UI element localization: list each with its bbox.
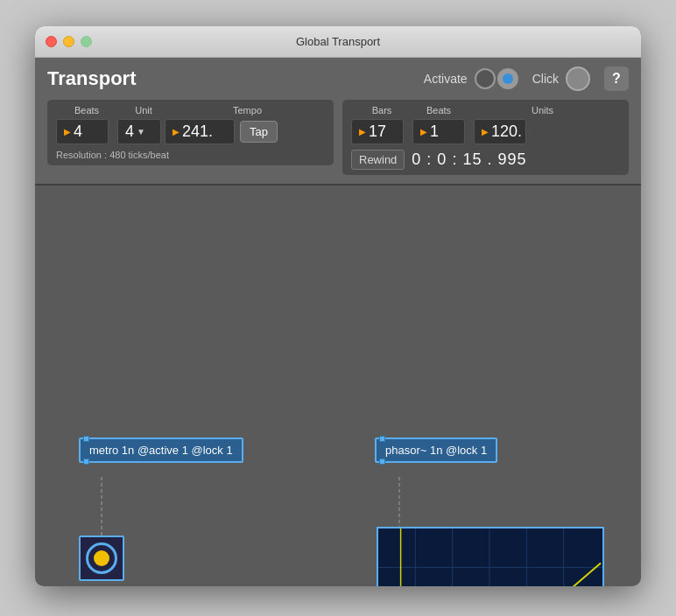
bars-arrow: ▶: [359, 127, 366, 136]
maximize-button[interactable]: [81, 36, 92, 47]
metro-outlet: [83, 458, 89, 465]
transport-panel: Transport Activate Click ? Beats: [35, 58, 641, 186]
close-button[interactable]: [46, 36, 57, 47]
scope-svg: [378, 528, 602, 586]
unit-col-header: Unit: [117, 105, 170, 116]
rewind-button[interactable]: Rewind: [351, 150, 405, 170]
titlebar: Global Transport: [35, 26, 641, 58]
right-values: ▶ 17 ▶ 1 ▶ 120.: [351, 119, 620, 144]
traffic-lights: [46, 36, 92, 47]
units-value: 120.: [491, 122, 522, 141]
bars-value-box[interactable]: ▶ 17: [351, 119, 404, 144]
click-group: Click: [532, 66, 590, 91]
scope-display: [377, 527, 604, 586]
rbeats-col-header: Beats: [412, 105, 465, 116]
tempo-arrow: ▶: [173, 127, 180, 136]
activate-toggle-on[interactable]: [497, 68, 518, 89]
svg-line-13: [401, 563, 601, 586]
tempo-value-box[interactable]: ▶ 241.: [165, 119, 235, 144]
help-button[interactable]: ?: [604, 66, 629, 91]
resolution-text: Resolution : 480 ticks/beat: [56, 150, 325, 160]
minimize-button[interactable]: [63, 36, 74, 47]
activate-group: Activate: [424, 68, 518, 89]
left-headers: Beats Unit Tempo: [56, 105, 325, 116]
right-section: Bars Beats Units ▶ 17 ▶ 1: [342, 100, 629, 175]
toggle-dot: [94, 550, 109, 566]
left-values: ▶ 4 4 ▼ ▶ 241. Tap: [56, 119, 325, 144]
transport-bottom-row: Beats Unit Tempo ▶ 4 4 ▼: [47, 100, 629, 175]
phasor-object[interactable]: phasor~ 1n @lock 1: [375, 438, 497, 463]
unit-value-box[interactable]: 4 ▼: [117, 119, 161, 144]
click-label: Click: [532, 72, 559, 86]
window-title: Global Transport: [296, 35, 380, 48]
bars-value: 17: [369, 122, 386, 141]
patch-canvas: metro 1n @active 1 @lock 1 phasor~ 1n @l…: [35, 186, 641, 553]
main-window: Global Transport Transport Activate Clic…: [35, 26, 641, 586]
tempo-col-header: Tempo: [170, 105, 325, 116]
phasor-label: phasor~ 1n @lock 1: [385, 444, 487, 457]
tap-button[interactable]: Tap: [240, 121, 278, 143]
unit-value: 4: [125, 122, 134, 141]
left-section: Beats Unit Tempo ▶ 4 4 ▼: [47, 100, 334, 175]
dropdown-icon: ▼: [137, 127, 145, 136]
units-col-header: Units: [465, 105, 620, 116]
bars-col-header: Bars: [351, 105, 412, 116]
rbeats-value: 1: [430, 122, 439, 141]
patch-connections: [35, 186, 641, 553]
phasor-inlet: [379, 436, 385, 442]
activate-toggle-off[interactable]: [475, 68, 496, 89]
toggle-ring: [86, 542, 117, 574]
beats-arrow: ▶: [64, 127, 71, 136]
right-headers: Bars Beats Units: [351, 105, 620, 116]
metro-label: metro 1n @active 1 @lock 1: [89, 444, 233, 457]
click-toggle[interactable]: [566, 66, 590, 91]
metro-inlet: [83, 436, 89, 442]
beats-col-header: Beats: [56, 105, 117, 116]
units-value-box[interactable]: ▶ 120.: [474, 119, 526, 144]
beats-value-box[interactable]: ▶ 4: [56, 119, 109, 144]
toggle-object[interactable]: [79, 536, 124, 581]
rbeats-arrow: ▶: [420, 127, 427, 136]
timecode-display: 0 : 0 : 15 . 995: [412, 150, 526, 169]
tempo-value: 241.: [182, 122, 213, 141]
activate-toggles: [475, 68, 518, 89]
transport-label: Transport: [47, 67, 136, 90]
units-arrow: ▶: [482, 127, 489, 136]
beats-value: 4: [74, 122, 82, 141]
transport-top-row: Transport Activate Click ?: [47, 66, 629, 91]
activate-label: Activate: [424, 72, 468, 86]
rbeats-value-box[interactable]: ▶ 1: [412, 119, 465, 144]
phasor-outlet: [379, 458, 385, 465]
metro-object[interactable]: metro 1n @active 1 @lock 1: [79, 438, 243, 463]
